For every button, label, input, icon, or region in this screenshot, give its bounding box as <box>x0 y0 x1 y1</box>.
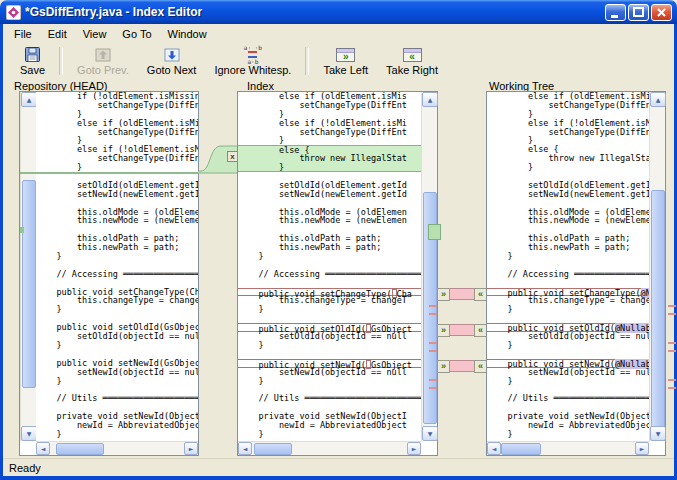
scroll-right-button[interactable]: ► <box>407 442 421 455</box>
scrollbar-thumb[interactable] <box>651 190 665 430</box>
code-line: // Accessing ═════════════════════════ <box>238 270 421 279</box>
scrollbar-thumb[interactable] <box>56 443 104 455</box>
code-line: setOldId(objectId == null <box>238 332 421 341</box>
scroll-up-button[interactable]: ▲ <box>650 92 666 107</box>
code-line <box>238 314 421 323</box>
change-tick <box>668 305 676 307</box>
toolbar-label: Ignore Whitesp. <box>214 64 291 76</box>
take-left-button[interactable]: »Take Left <box>314 44 377 77</box>
panel-2-code[interactable]: else if (oldElement.isMis setChangeType(… <box>487 92 649 441</box>
conflict-band: » « <box>437 287 487 301</box>
save-button[interactable]: Save <box>11 44 54 77</box>
change-tick <box>429 350 437 352</box>
code-line: } <box>36 163 198 172</box>
scroll-up-button[interactable]: ▲ <box>21 92 37 107</box>
change-tick <box>429 342 437 344</box>
change-tick <box>668 387 676 389</box>
scrollbar-thumb[interactable] <box>22 180 36 388</box>
take-right-button[interactable]: «Take Right <box>377 44 447 77</box>
menu-window[interactable]: Window <box>160 26 215 42</box>
index-horizontal-scrollbar[interactable]: ◄ ► <box>238 441 421 455</box>
menu-file[interactable]: File <box>6 26 40 42</box>
menu-view[interactable]: View <box>75 26 115 42</box>
code-line: } <box>487 430 649 439</box>
goto-next-button[interactable]: Goto Next <box>138 44 206 77</box>
copy-to-right-button[interactable]: » <box>437 360 450 373</box>
insert-position-line <box>20 172 198 174</box>
scroll-down-button[interactable]: ▼ <box>650 426 666 441</box>
scroll-left-button[interactable]: ◄ <box>238 442 252 455</box>
scroll-left-button[interactable]: ◄ <box>487 442 501 455</box>
scroll-right-button[interactable]: ► <box>635 442 649 455</box>
copy-to-right-button[interactable]: » <box>437 288 450 301</box>
conflict-band: » « <box>437 323 487 337</box>
code-line: // Accessing ═════════════════════════ <box>36 270 198 279</box>
code-line <box>487 350 649 359</box>
panel-index: else if (oldElement.isMis setChangeType(… <box>237 91 438 456</box>
working-tree-vertical-scrollbar[interactable]: ▲ ▼ <box>649 92 665 441</box>
scroll-down-button[interactable]: ▼ <box>21 426 37 441</box>
app-icon <box>6 5 21 20</box>
ignore-whitespace-icon: a· ·ba·b <box>240 45 266 64</box>
conflict-connector <box>450 360 474 372</box>
maximize-button[interactable] <box>628 4 649 21</box>
menubar: FileEditViewGo ToWindow <box>3 24 674 43</box>
code-line: setNewId(objectId == null <box>238 368 421 377</box>
menu-go-to[interactable]: Go To <box>114 26 159 42</box>
code-line: this.newMode = (newElemen <box>238 216 421 225</box>
code-line: } <box>238 136 421 145</box>
repository-horizontal-scrollbar[interactable]: ◄ ► <box>36 441 198 455</box>
save-icon <box>24 45 41 64</box>
code-line: } <box>238 305 421 314</box>
code-line: this.newMode = (newElemen <box>36 216 198 225</box>
goto-prev-button[interactable]: Goto Prev. <box>68 44 138 77</box>
toolbar-label: Goto Prev. <box>77 64 129 76</box>
change-tick <box>429 313 437 315</box>
code-line: } <box>487 341 649 350</box>
change-tick <box>668 342 676 344</box>
scrollbar-thumb[interactable] <box>501 443 541 455</box>
scroll-right-button[interactable]: ► <box>184 442 198 455</box>
code-line: setNewId(newElement.getId <box>36 190 198 199</box>
toolbar-label: Goto Next <box>147 64 197 76</box>
goto-prev-icon <box>94 45 112 64</box>
code-line <box>238 279 421 288</box>
working-tree-horizontal-scrollbar[interactable]: ◄ ► <box>487 441 649 455</box>
change-tick <box>429 387 437 389</box>
change-tick <box>429 305 437 307</box>
minimize-button[interactable] <box>605 4 626 21</box>
panel-repository: ▲ ▼ if (!oldElement.isMissing setChangeT… <box>19 91 199 456</box>
window-title: *GsDiffEntry.java - Index Editor <box>25 5 605 19</box>
take-right-icon: « <box>403 45 422 64</box>
code-line: // Utils ═════════════════════════════ <box>487 394 649 403</box>
toolbar-label: Take Left <box>323 64 368 76</box>
panel-1-code[interactable]: else if (oldElement.isMis setChangeType(… <box>238 92 421 441</box>
code-line: } <box>487 252 649 261</box>
scroll-down-button[interactable]: ▼ <box>422 426 438 441</box>
scroll-up-button[interactable]: ▲ <box>422 92 438 107</box>
toolbar-label: Take Right <box>386 64 438 76</box>
scroll-left-button[interactable]: ◄ <box>36 442 50 455</box>
copy-to-right-button[interactable]: » <box>437 324 450 337</box>
window-border <box>0 24 3 480</box>
code-line <box>487 279 649 288</box>
change-tick <box>668 313 676 315</box>
titlebar[interactable]: *GsDiffEntry.java - Index Editor <box>0 0 677 24</box>
menu-edit[interactable]: Edit <box>40 26 75 42</box>
code-line: } <box>238 341 421 350</box>
scrollbar-thumb[interactable] <box>254 443 292 455</box>
code-line: } <box>36 305 198 314</box>
code-line: } <box>36 341 198 350</box>
close-button[interactable] <box>651 4 672 21</box>
code-line: this.newPath = path; <box>238 243 421 252</box>
toolbar-separator <box>305 47 309 75</box>
code-line: } <box>238 163 421 172</box>
code-line: } <box>36 252 198 261</box>
repository-vertical-scrollbar[interactable]: ▲ ▼ <box>20 92 36 441</box>
change-tick <box>429 379 437 381</box>
panel-working-tree: else if (oldElement.isMis setChangeType(… <box>486 91 666 456</box>
ignore-whitespace-button[interactable]: a· ·ba·bIgnore Whitesp. <box>205 44 300 77</box>
toolbar-label: Save <box>20 64 45 76</box>
code-line: } <box>36 377 198 386</box>
panel-0-code[interactable]: if (!oldElement.isMissing setChangeType(… <box>36 92 198 441</box>
